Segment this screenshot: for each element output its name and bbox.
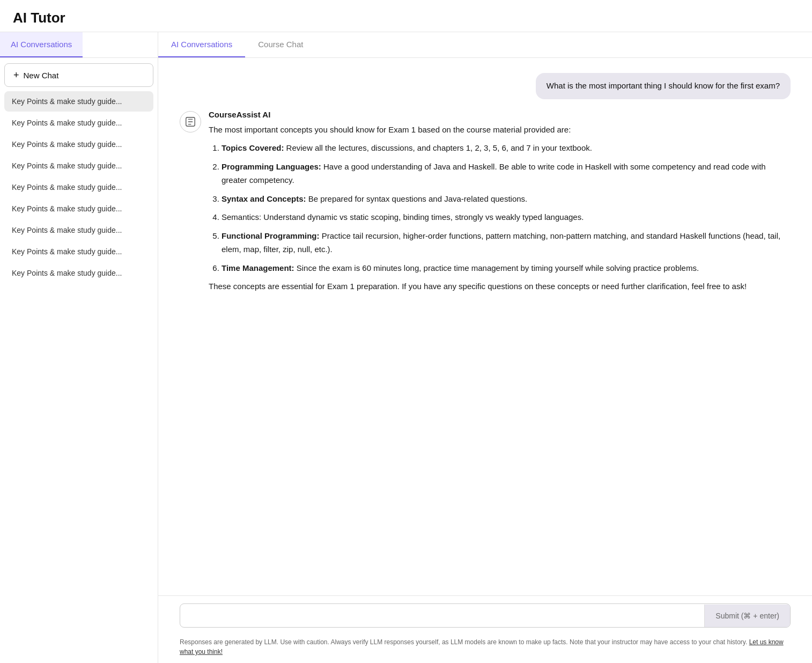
ai-closing: These concepts are essential for Exam 1 … bbox=[209, 280, 791, 293]
ai-list-item: Semantics: Understand dynamic vs static … bbox=[222, 211, 791, 224]
app-title: AI Tutor bbox=[13, 10, 799, 26]
chat-panel-tab-ai-conversations[interactable]: AI Conversations bbox=[158, 32, 245, 57]
ai-intro: The most important concepts you should k… bbox=[209, 123, 791, 137]
chat-list-item[interactable]: Key Points & make study guide... bbox=[4, 91, 153, 112]
chat-list-item[interactable]: Key Points & make study guide... bbox=[4, 134, 153, 154]
ai-list-item: Topics Covered: Review all the lectures,… bbox=[222, 142, 791, 155]
messages-area: What is the most important thing I shoul… bbox=[158, 58, 812, 595]
chat-list-item[interactable]: Key Points & make study guide... bbox=[4, 198, 153, 219]
chat-list-item[interactable]: Key Points & make study guide... bbox=[4, 156, 153, 176]
chat-list-item[interactable]: Key Points & make study guide... bbox=[4, 177, 153, 197]
sidebar: AI Conversations + New Chat Key Points &… bbox=[0, 32, 158, 663]
new-chat-button[interactable]: + New Chat bbox=[4, 63, 153, 87]
input-row: Submit (⌘ + enter) bbox=[180, 603, 791, 628]
ai-list-item: Time Management: Since the exam is 60 mi… bbox=[222, 262, 791, 275]
chat-panel-tab-course-chat[interactable]: Course Chat bbox=[245, 32, 316, 57]
disclaimer-text: Responses are generated by LLM. Use with… bbox=[180, 638, 747, 646]
sidebar-tab-bar: AI Conversations bbox=[0, 32, 158, 58]
ai-name: CourseAssist AI bbox=[209, 110, 791, 119]
new-chat-label: New Chat bbox=[24, 71, 59, 80]
ai-text: The most important concepts you should k… bbox=[209, 123, 791, 294]
plus-icon: + bbox=[13, 70, 19, 80]
ai-list-item: Functional Programming: Practice tail re… bbox=[222, 230, 791, 256]
input-area: Submit (⌘ + enter) bbox=[158, 595, 812, 633]
sidebar-tab-ai-conversations[interactable]: AI Conversations bbox=[0, 32, 83, 57]
disclaimer: Responses are generated by LLM. Use with… bbox=[158, 633, 812, 663]
sidebar-content: + New Chat Key Points & make study guide… bbox=[0, 58, 158, 663]
chat-input[interactable] bbox=[180, 604, 704, 627]
chat-panel-tab-bar: AI Conversations Course Chat bbox=[158, 32, 812, 58]
chat-panel: AI Conversations Course Chat What is the… bbox=[158, 32, 812, 663]
ai-list-item: Syntax and Concepts: Be prepared for syn… bbox=[222, 193, 791, 206]
submit-button[interactable]: Submit (⌘ + enter) bbox=[704, 605, 790, 627]
chat-list-item[interactable]: Key Points & make study guide... bbox=[4, 220, 153, 240]
ai-avatar bbox=[180, 111, 201, 132]
ai-list: Topics Covered: Review all the lectures,… bbox=[209, 142, 791, 275]
chat-list-item[interactable]: Key Points & make study guide... bbox=[4, 241, 153, 262]
chat-list: Key Points & make study guide...Key Poin… bbox=[4, 91, 153, 283]
chat-list-item[interactable]: Key Points & make study guide... bbox=[4, 263, 153, 283]
chat-list-item[interactable]: Key Points & make study guide... bbox=[4, 113, 153, 133]
ai-message-content: CourseAssist AI The most important conce… bbox=[209, 110, 791, 299]
ai-list-item: Programming Languages: Have a good under… bbox=[222, 160, 791, 187]
ai-message: CourseAssist AI The most important conce… bbox=[180, 110, 791, 299]
user-message: What is the most important thing I shoul… bbox=[536, 73, 791, 99]
